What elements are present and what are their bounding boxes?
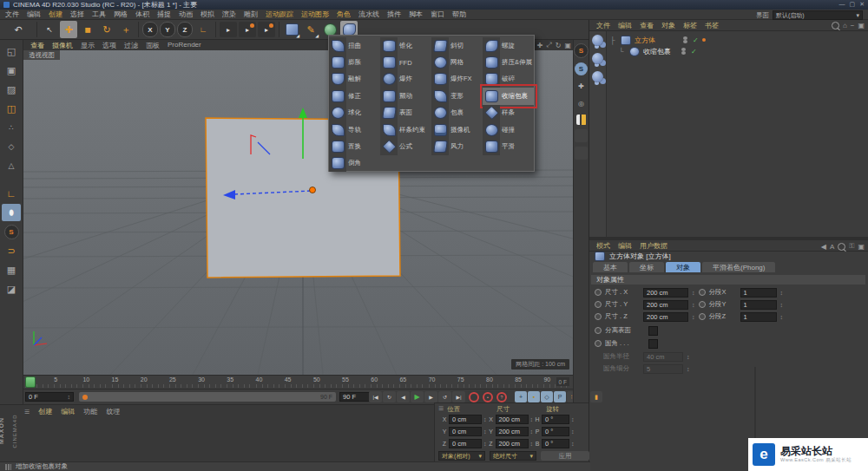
deformer-menu-item[interactable]: 表面 — [380, 105, 431, 121]
undo-button[interactable]: ↶ — [3, 21, 33, 38]
attribute-tab[interactable]: 平滑着色(Phong) — [702, 262, 775, 272]
rotation-input[interactable]: 0 ° — [542, 415, 569, 424]
record-parameter-button[interactable]: P — [554, 391, 566, 402]
polygons-mode-button[interactable]: △ — [2, 157, 21, 174]
viewport-menu-item[interactable]: ProRender — [168, 41, 201, 50]
coordinate-system-button[interactable]: ∟ — [194, 21, 212, 38]
axis-lock-button[interactable]: X — [142, 22, 158, 37]
viewport-menu-item[interactable]: 查看 — [30, 41, 44, 50]
transport-button[interactable]: ▶| — [452, 391, 465, 402]
menu-item[interactable]: 脚本 — [409, 10, 423, 19]
viewport-menu-item[interactable]: 显示 — [81, 41, 95, 50]
segments-input[interactable]: 1 — [740, 312, 777, 322]
mode-dropdown[interactable]: 对象(相对)▾ — [438, 451, 485, 461]
panel-icon[interactable] — [575, 147, 588, 160]
panel-menu-item[interactable]: 查看 — [640, 21, 654, 30]
menu-item[interactable]: 捕捉 — [157, 10, 171, 19]
slider-knob[interactable] — [82, 395, 88, 400]
edges-mode-button[interactable]: ◇ — [2, 138, 21, 155]
deformer-menu-item[interactable]: 收缩包裹 — [483, 88, 534, 104]
keyframe-bar-icon[interactable]: ▮ — [590, 391, 602, 402]
position-input[interactable]: 0 cm — [449, 415, 482, 424]
stepper-icon[interactable]: ↕ — [692, 302, 695, 308]
spline-pen-button[interactable]: ✎◢ — [302, 21, 319, 38]
material-menu-item[interactable]: 编辑 — [61, 407, 75, 416]
record-dot-icon[interactable] — [595, 301, 602, 308]
layer-spheres-icon[interactable] — [592, 53, 603, 64]
pan-icon[interactable]: ✚ — [537, 42, 543, 49]
record-scale-button[interactable]: ▪ — [528, 391, 540, 402]
deformer-menu-item[interactable]: 颤动 — [380, 88, 431, 104]
search-icon[interactable] — [832, 22, 839, 29]
deformer-menu-item[interactable]: 锥化 — [380, 37, 431, 54]
menu-item[interactable]: 窗口 — [431, 10, 444, 19]
model-mode-button[interactable]: ▣ — [2, 62, 21, 79]
deformer-menu-item[interactable]: 置换 — [329, 138, 380, 154]
position-input[interactable]: 0 cm — [449, 439, 482, 448]
menu-item[interactable]: 文件 — [5, 10, 19, 19]
stepper-icon[interactable]: ↕ — [780, 302, 784, 308]
render-picture-viewer-button[interactable]: ▸ — [239, 22, 256, 37]
position-input[interactable]: 0 cm — [449, 427, 482, 436]
attribute-tab[interactable]: 对象 — [666, 262, 700, 272]
checkbox[interactable] — [648, 326, 658, 336]
record-dot-icon[interactable] — [595, 327, 602, 334]
transport-button[interactable]: ▶ — [424, 391, 437, 402]
object-name[interactable]: 收缩包裹 — [643, 47, 671, 56]
interface-dropdown[interactable]: 默认(启动) ▾ — [773, 10, 863, 20]
deformer-menu-item[interactable]: 导轨 — [329, 121, 380, 138]
make-editable-button[interactable]: ◱ — [2, 43, 21, 60]
record-dot-icon[interactable] — [699, 301, 706, 308]
menu-item[interactable]: 流水线 — [358, 10, 379, 19]
search-icon[interactable] — [838, 243, 845, 251]
viewport-solo-button[interactable]: ⬮ — [2, 204, 21, 221]
window-controls[interactable]: —▢✕ — [839, 1, 865, 8]
record-dot-icon[interactable] — [595, 313, 602, 320]
record-dot-icon[interactable] — [595, 340, 602, 347]
scale-tool-button[interactable]: ◼ — [79, 21, 96, 38]
size-dropdown[interactable]: 绝对尺寸▾ — [490, 451, 536, 461]
checkbox[interactable] — [648, 339, 658, 349]
deformer-menu-item[interactable]: 螺旋 — [483, 37, 534, 54]
menu-item[interactable]: 雕刻 — [244, 10, 258, 19]
object-name[interactable]: 立方体 — [635, 36, 655, 45]
record-dot-icon[interactable] — [595, 289, 602, 296]
workplane-snap-button[interactable]: ◪ — [2, 280, 21, 298]
menu-item[interactable]: 插件 — [387, 10, 401, 19]
lock-icon[interactable]: ⚿ — [849, 242, 854, 251]
menu-item[interactable]: 编辑 — [27, 10, 41, 19]
material-menu-item[interactable]: 创建 — [38, 407, 52, 416]
deformer-menu-item[interactable]: FFD — [380, 54, 431, 70]
deformer-menu-item[interactable]: 摄像机 — [431, 121, 483, 138]
size-input[interactable]: 200 cm — [496, 439, 529, 448]
menu-item[interactable]: 运动跟踪 — [266, 10, 293, 19]
layer-spheres-icon[interactable] — [592, 35, 603, 46]
snap-active-icon[interactable]: S — [575, 62, 588, 75]
histogram-icon[interactable] — [576, 114, 587, 125]
window-icon[interactable]: ▣ — [858, 22, 865, 29]
material-menu-item[interactable]: 功能 — [83, 407, 97, 416]
view-label-tab[interactable]: 透视视图 — [23, 50, 60, 60]
menu-item[interactable]: 运动图形 — [301, 10, 329, 19]
last-tool-button[interactable]: ＋ — [117, 21, 135, 38]
maximize-icon[interactable]: ▢ — [850, 1, 856, 8]
timeline-playhead[interactable] — [25, 376, 36, 388]
segments-input[interactable]: 1 — [740, 300, 777, 310]
render-view-button[interactable]: ▸ — [220, 22, 237, 37]
snap-button[interactable]: S — [2, 223, 21, 240]
deformer-menu-item[interactable]: 碰撞 — [483, 121, 534, 138]
snap-toggle-icon[interactable]: S — [574, 43, 589, 58]
deformer-menu-item[interactable]: 公式 — [380, 138, 431, 154]
points-mode-button[interactable]: ∴ — [2, 119, 21, 136]
panel-menu-item[interactable]: 书签 — [705, 21, 719, 30]
enabled-check-icon[interactable]: ✓ — [691, 48, 697, 56]
record-keyframe-button[interactable] — [468, 391, 480, 402]
modeling-objects-button[interactable]: ◢ — [283, 21, 300, 38]
panel-menu-item[interactable]: 编辑 — [618, 21, 632, 30]
hamburger-icon[interactable]: ☰ — [438, 405, 444, 414]
panel-menu-item[interactable]: 模式 — [596, 241, 610, 251]
stepper-icon[interactable]: ↕ — [68, 394, 71, 400]
deformer-menu-item[interactable]: 变形 — [431, 88, 483, 104]
deformer-menu-item[interactable]: 修正 — [329, 88, 380, 104]
stepper-icon[interactable]: ↕ — [483, 428, 487, 435]
